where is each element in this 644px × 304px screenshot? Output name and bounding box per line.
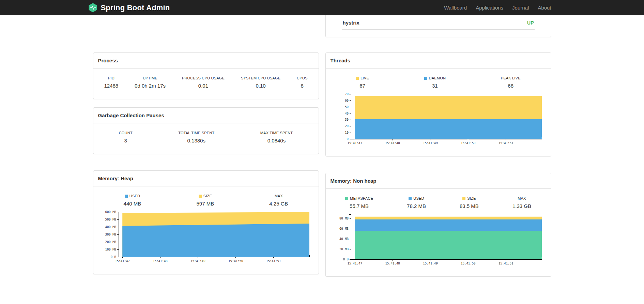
nav-link-journal[interactable]: Journal <box>508 5 533 11</box>
status-badge: UP <box>527 20 534 26</box>
stat-label: UPTIME <box>135 76 166 80</box>
svg-text:15:41:51: 15:41:51 <box>266 259 281 263</box>
threads-chart-area: 01020304050607015:41:4715:41:4815:41:491… <box>326 89 551 156</box>
svg-text:60 MB: 60 MB <box>339 227 348 230</box>
legend-label: METASPACE <box>350 196 373 200</box>
right-column: hystrix UP Threads LIVE 67 DAEMON <box>325 15 551 277</box>
svg-text:15:41:50: 15:41:50 <box>461 141 475 145</box>
nav-link-applications[interactable]: Applications <box>471 5 508 11</box>
left-column: Process PID 12488 UPTIME 0d 0h 2m 17s PR… <box>93 15 319 277</box>
legend-label: DAEMON <box>429 76 446 80</box>
stat-value: 8 <box>297 83 307 89</box>
svg-text:50: 50 <box>345 105 349 109</box>
svg-text:15:41:51: 15:41:51 <box>499 141 513 145</box>
legend-item-live: LIVE 67 <box>356 76 369 89</box>
brand-link[interactable]: Spring Boot Admin <box>88 3 170 13</box>
navbar-container: Spring Boot Admin Wallboard Applications… <box>93 0 551 15</box>
svg-text:40 MB: 40 MB <box>339 237 348 241</box>
legend-label: SIZE <box>203 194 212 198</box>
stat-gc-max-time: MAX TIME SPENT 0.0840s <box>260 131 293 143</box>
stat-label: SYSTEM CPU USAGE <box>241 76 280 80</box>
legend-value: 597 MB <box>196 201 214 207</box>
svg-text:15:41:50: 15:41:50 <box>228 259 243 263</box>
svg-text:15:41:48: 15:41:48 <box>153 259 167 263</box>
stat-uptime: UPTIME 0d 0h 2m 17s <box>135 76 166 89</box>
svg-text:400 MB: 400 MB <box>105 225 116 229</box>
svg-text:60: 60 <box>345 99 349 102</box>
legend-label: SIZE <box>467 196 476 200</box>
app-logo-icon <box>88 3 97 13</box>
svg-text:0 B: 0 B <box>343 258 348 261</box>
process-card: Process PID 12488 UPTIME 0d 0h 2m 17s PR… <box>93 52 319 99</box>
svg-text:15:41:48: 15:41:48 <box>385 262 400 265</box>
legend-item-used: USED 78.2 MB <box>407 196 426 209</box>
memory-nonheap-card: Memory: Non heap METASPACE 55.7 MB USED … <box>325 173 551 277</box>
stat-cpus: CPUS 8 <box>297 76 307 89</box>
svg-text:15:41:51: 15:41:51 <box>499 262 513 265</box>
legend-label: LIVE <box>361 76 369 80</box>
svg-text:15:41:48: 15:41:48 <box>385 141 400 145</box>
legend-label: PEAK LIVE <box>501 76 521 80</box>
legend-item-daemon: DAEMON 31 <box>424 76 446 89</box>
threads-chart: 01020304050607015:41:4715:41:4815:41:491… <box>329 91 550 148</box>
memory-nonheap-chart: 0 B20 MB40 MB60 MB80 MB15:41:4715:41:481… <box>329 212 550 268</box>
gc-pauses-card: Garbage Collection Pauses COUNT 3 TOTAL … <box>93 107 319 154</box>
legend-item-size: SIZE 83.5 MB <box>460 196 479 209</box>
memory-heap-card: Memory: Heap USED 440 MB SIZE 597 MB <box>93 170 319 274</box>
legend-item-metaspace: METASPACE 55.7 MB <box>345 196 373 209</box>
live-swatch <box>356 77 359 80</box>
svg-text:15:41:50: 15:41:50 <box>461 262 475 265</box>
svg-text:15:41:49: 15:41:49 <box>190 259 205 263</box>
stat-label: MAX TIME SPENT <box>260 131 293 135</box>
svg-text:500 MB: 500 MB <box>105 218 116 221</box>
stat-value: 3 <box>119 138 133 143</box>
stat-value: 0.01 <box>182 83 225 89</box>
daemon-swatch <box>424 77 427 80</box>
app-title: Spring Boot Admin <box>101 3 170 12</box>
service-row-hystrix[interactable]: hystrix UP <box>342 15 535 30</box>
svg-text:40: 40 <box>345 112 349 115</box>
stat-label: CPUS <box>297 76 307 80</box>
memory-heap-legend: USED 440 MB SIZE 597 MB MAX 4.25 GB <box>93 186 319 207</box>
svg-text:300 MB: 300 MB <box>105 233 116 236</box>
threads-card-title: Threads <box>326 53 551 69</box>
process-card-title: Process <box>93 53 319 69</box>
svg-text:20: 20 <box>345 124 349 128</box>
svg-text:15:41:47: 15:41:47 <box>115 259 129 263</box>
legend-value: 68 <box>501 83 521 89</box>
gc-stats: COUNT 3 TOTAL TIME SPENT 0.1380s MAX TIM… <box>93 123 319 154</box>
memory-heap-chart: 0 B100 MB200 MB300 MB400 MB500 MB600 MB1… <box>97 209 318 266</box>
legend-value: 440 MB <box>124 201 141 207</box>
svg-text:15:41:49: 15:41:49 <box>423 262 438 265</box>
top-navbar: Spring Boot Admin Wallboard Applications… <box>0 0 644 15</box>
legend-item-used: USED 440 MB <box>124 194 141 207</box>
stat-label: PID <box>104 76 118 80</box>
legend-item-max: MAX 4.25 GB <box>269 194 288 207</box>
nav-link-about[interactable]: About <box>533 5 551 11</box>
stat-value: 0.1380s <box>178 138 214 143</box>
svg-text:15:41:47: 15:41:47 <box>347 262 362 265</box>
used-swatch <box>125 195 128 198</box>
memory-nonheap-card-title: Memory: Non heap <box>326 173 551 189</box>
legend-label: MAX <box>275 194 283 198</box>
nav-link-wallboard[interactable]: Wallboard <box>440 5 471 11</box>
legend-value: 78.2 MB <box>407 203 426 209</box>
legend-item-size: SIZE 597 MB <box>196 194 214 207</box>
svg-text:0: 0 <box>347 137 348 141</box>
legend-item-max: MAX 1.33 GB <box>512 196 531 209</box>
legend-value: 1.33 GB <box>512 203 531 209</box>
stat-label: COUNT <box>119 131 133 135</box>
stat-label: PROCESS CPU USAGE <box>182 76 225 80</box>
process-stats: PID 12488 UPTIME 0d 0h 2m 17s PROCESS CP… <box>93 69 319 99</box>
stat-process-cpu: PROCESS CPU USAGE 0.01 <box>182 76 225 89</box>
metaspace-swatch <box>345 197 348 200</box>
service-name: hystrix <box>343 20 359 26</box>
stat-value: 12488 <box>104 83 118 89</box>
size-swatch <box>199 195 202 198</box>
used-swatch <box>409 197 412 200</box>
svg-text:600 MB: 600 MB <box>105 210 116 214</box>
stat-pid: PID 12488 <box>104 76 118 89</box>
svg-text:15:41:47: 15:41:47 <box>347 141 362 145</box>
memory-nonheap-chart-area: 0 B20 MB40 MB60 MB80 MB15:41:4715:41:481… <box>326 209 551 276</box>
size-swatch <box>462 197 465 200</box>
